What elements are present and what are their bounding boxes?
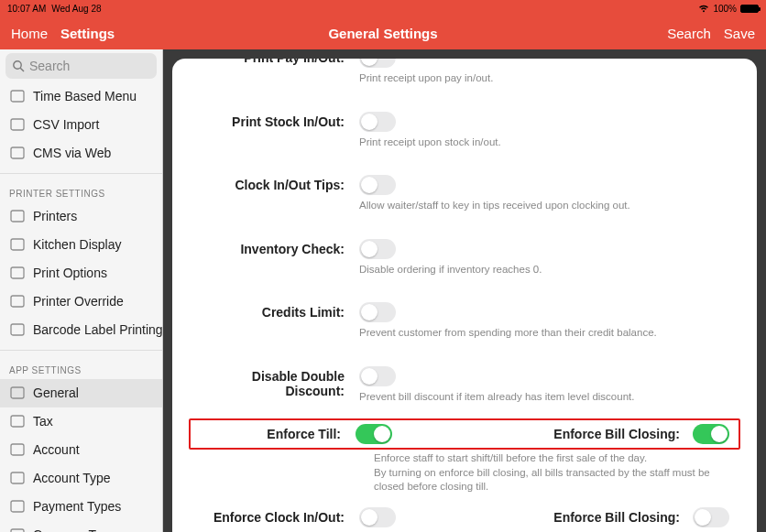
svg-rect-5 — [11, 211, 24, 222]
setting-label: Inventory Check: — [194, 239, 359, 256]
sidebar-item-currency-types[interactable]: Currency Types — [0, 521, 162, 532]
setting-print-stock: Print Stock In/Out: Print receipt upon s… — [194, 104, 735, 156]
sidebar-item-label: Barcode Label Printing — [33, 322, 162, 337]
setting-double-discount: Disable Double Discount: Prevent bill di… — [194, 359, 735, 410]
sidebar-item-label: Time Based Menu — [33, 89, 137, 103]
setting-desc: Prevent bill discount if item already ha… — [359, 390, 735, 405]
setting-label: Enforce Clock In/Out: — [194, 507, 359, 525]
setting-label: Enforce Till: — [191, 424, 356, 441]
csv-icon — [9, 116, 26, 133]
sidebar-item-payment-types[interactable]: Payment Types — [0, 493, 162, 521]
highlight-enforce-till: Enforce Till: Enforce Bill Closing: — [189, 418, 740, 450]
printopt-icon — [9, 265, 26, 281]
nav-home[interactable]: Home — [11, 26, 48, 41]
search-icon — [12, 60, 25, 72]
sidebar-item-kitchen-display[interactable]: Kitchen Display — [0, 231, 162, 259]
sidebar-item-time-based-menu[interactable]: Time Based Menu — [0, 82, 162, 111]
override-icon — [9, 293, 26, 309]
setting-label: Clock In/Out Tips: — [194, 175, 359, 192]
content-region: Print Pay In/Out: Print receipt upon pay… — [163, 49, 766, 532]
toggle-credits[interactable] — [359, 302, 396, 322]
toggle-enforce-bill-closing-2[interactable] — [693, 507, 729, 527]
setting-enforce-till: Enforce Till: Enforce Bill Closing: — [191, 422, 735, 446]
tax-icon — [9, 413, 26, 429]
toggle-enforce-till[interactable] — [356, 424, 392, 444]
sidebar-item-general[interactable]: General — [0, 379, 162, 407]
toggle-inventory[interactable] — [359, 239, 396, 259]
sidebar-item-tax[interactable]: Tax — [0, 407, 162, 436]
setting-label: Disable Double Discount: — [194, 366, 359, 398]
sidebar-item-label: Account Type — [33, 471, 111, 485]
toggle-print-stock[interactable] — [359, 112, 396, 132]
nav-search[interactable]: Search — [667, 26, 711, 41]
toggle-print-pay[interactable] — [359, 59, 396, 68]
battery-icon — [740, 5, 759, 13]
page-title: General Settings — [328, 26, 437, 41]
nav-bar: Home Settings General Settings Search Sa… — [0, 16, 766, 49]
setting-enforce-clock: Enforce Clock In/Out: Enforce Bill Closi… — [194, 500, 735, 532]
settings-sheet: Print Pay In/Out: Print receipt upon pay… — [172, 59, 757, 532]
setting-label: Print Pay In/Out: — [194, 59, 359, 65]
setting-print-pay: Print Pay In/Out: Print receipt upon pay… — [194, 59, 735, 92]
svg-line-1 — [20, 68, 24, 71]
svg-rect-9 — [11, 324, 24, 335]
sidebar-section: PRINTER SETTINGS — [0, 173, 162, 202]
sidebar-item-barcode-label-printing[interactable]: Barcode Label Printing — [0, 316, 162, 344]
label-enforce-bill-closing-2: Enforce Bill Closing: — [553, 510, 680, 525]
setting-desc: Print receipt upon pay in/out. — [359, 71, 735, 86]
svg-rect-8 — [11, 296, 24, 307]
sidebar-item-label: Printers — [33, 209, 77, 223]
svg-rect-11 — [11, 416, 24, 427]
setting-label: Print Stock In/Out: — [194, 112, 359, 129]
svg-rect-7 — [11, 267, 24, 278]
sidebar-item-label: CMS via Web — [33, 146, 111, 160]
setting-desc: Print receipt upon stock in/out. — [359, 136, 735, 150]
gear-icon — [9, 385, 26, 401]
printer-icon — [9, 208, 26, 224]
toggle-clock-tips[interactable] — [359, 175, 396, 195]
sidebar-item-label: Print Options — [33, 266, 107, 280]
sidebar-item-label: Tax — [33, 414, 53, 429]
nav-save[interactable]: Save — [724, 26, 755, 41]
battery-percent: 100% — [713, 4, 737, 14]
wifi-icon — [698, 5, 709, 13]
status-time: 10:07 AM — [7, 4, 46, 14]
display-icon — [9, 236, 26, 253]
search-input[interactable] — [5, 53, 157, 79]
setting-desc: Disable ordering if inventory reaches 0. — [359, 263, 735, 277]
currency-icon — [9, 527, 26, 532]
sidebar-section: APP SETTINGS — [0, 350, 162, 379]
sidebar-item-print-options[interactable]: Print Options — [0, 259, 162, 288]
payment-icon — [9, 498, 26, 515]
status-bar: 10:07 AM Wed Aug 28 100% — [0, 0, 766, 16]
setting-label: Credits Limit: — [194, 302, 359, 320]
sidebar-item-label: Kitchen Display — [33, 237, 122, 252]
svg-rect-6 — [11, 239, 24, 250]
sidebar-item-label: Account — [33, 442, 80, 457]
toggle-double-discount[interactable] — [359, 366, 396, 386]
svg-rect-3 — [11, 119, 24, 130]
svg-rect-14 — [11, 501, 24, 512]
sidebar-item-account[interactable]: Account — [0, 436, 162, 464]
setting-credits: Credits Limit: Prevent customer from spe… — [194, 295, 735, 346]
sidebar-item-printer-override[interactable]: Printer Override — [0, 288, 162, 316]
svg-rect-10 — [11, 387, 24, 398]
sidebar-item-account-type[interactable]: Account Type — [0, 464, 162, 493]
svg-rect-2 — [11, 91, 24, 102]
setting-clock-tips: Clock In/Out Tips: Allow waiter/staff to… — [194, 168, 735, 219]
sidebar-item-label: Printer Override — [33, 294, 124, 309]
svg-point-0 — [14, 61, 21, 69]
nav-settings[interactable]: Settings — [60, 26, 115, 41]
sidebar-item-csv-import[interactable]: CSV Import — [0, 111, 162, 139]
setting-desc: Prevent customer from spending more than… — [359, 326, 735, 341]
toggle-enforce-clock[interactable] — [359, 507, 396, 527]
sidebar-item-printers[interactable]: Printers — [0, 202, 162, 231]
accounttype-icon — [9, 470, 26, 486]
clock-icon — [9, 88, 26, 104]
setting-desc: Enforce staff to start shift/till before… — [374, 451, 735, 494]
sidebar-item-label: Currency Types — [33, 527, 123, 532]
toggle-enforce-bill-closing-1[interactable] — [693, 424, 729, 444]
svg-rect-13 — [11, 472, 24, 483]
account-icon — [9, 441, 26, 458]
sidebar-item-cms-via-web[interactable]: CMS via Web — [0, 139, 162, 168]
